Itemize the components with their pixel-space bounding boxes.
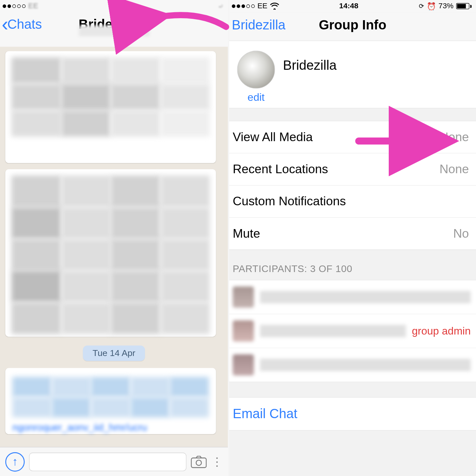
status-bar-right: EE 14:48 ⟳ ⏰ 73% <box>229 0 476 12</box>
status-bar-left: EE ⤾ <box>0 0 228 12</box>
camera-button[interactable] <box>191 456 207 468</box>
participant-row[interactable] <box>229 348 476 381</box>
orientation-lock-icon: ⟳ <box>419 3 424 10</box>
compose-bar: ↑ ⋮ <box>0 447 228 476</box>
send-button[interactable]: ↑ <box>5 452 25 471</box>
svg-point-1 <box>196 460 201 465</box>
row-label: Mute <box>233 226 260 241</box>
participant-avatar <box>233 354 254 376</box>
participant-avatar <box>233 320 254 341</box>
date-separator: Tue 14 Apr <box>83 345 145 361</box>
group-avatar[interactable] <box>237 51 275 89</box>
edit-group-button[interactable]: edit <box>248 91 265 103</box>
camera-icon <box>191 456 207 468</box>
row-label: Recent Locations <box>233 162 328 177</box>
chat-navbar: ‹ Chats Bridezilla <box>0 12 228 36</box>
participant-name-redacted <box>260 291 471 303</box>
group-admin-badge: group admin <box>412 325 471 337</box>
signal-strength-icon <box>232 4 255 8</box>
row-label: Custom Notifications <box>233 194 346 209</box>
back-label: Chats <box>7 17 42 32</box>
participant-avatar <box>233 287 254 308</box>
message-bubble[interactable] <box>5 51 216 163</box>
message-link[interactable]: ngonroquer_aonv_iid_hmr/ucru <box>12 422 209 433</box>
row-value: No <box>453 226 469 241</box>
group-name[interactable]: Bridezilla <box>283 51 468 73</box>
row-value: None <box>439 162 469 177</box>
recent-locations-row[interactable]: Recent Locations None <box>229 153 476 185</box>
wifi-icon <box>270 3 279 10</box>
group-info-screen: EE 14:48 ⟳ ⏰ 73% Bridezilla Group Info <box>229 0 476 476</box>
chat-screen: EE ⤾ ‹ Chats Bridezilla <box>0 0 229 476</box>
custom-notifications-row[interactable]: Custom Notifications <box>229 185 476 218</box>
battery-icon <box>456 3 472 9</box>
participants-list: group admin <box>229 280 476 382</box>
battery-percent: 73% <box>439 2 454 11</box>
participant-row[interactable]: group admin <box>229 314 476 348</box>
orientation-lock-icon: ⤾ <box>218 3 223 10</box>
chat-messages[interactable]: Tue 14 Apr ngonroquer_aonv_iid_hmr/ucru <box>0 47 228 447</box>
carrier-label: EE <box>258 2 267 11</box>
email-chat-button[interactable]: Email Chat <box>229 397 476 430</box>
page-title: Group Info <box>319 18 386 32</box>
row-label: View All Media <box>233 130 313 144</box>
group-header: edit Bridezilla <box>229 41 476 108</box>
clock: 14:48 <box>339 2 358 11</box>
group-info-navbar: Bridezilla Group Info <box>229 12 476 40</box>
group-settings: View All Media None Recent Locations Non… <box>229 121 476 250</box>
message-input[interactable] <box>29 453 186 471</box>
participant-row[interactable] <box>229 280 476 314</box>
arrow-up-icon: ↑ <box>12 455 18 468</box>
alarm-icon: ⏰ <box>427 2 436 11</box>
row-value: None <box>439 130 469 144</box>
message-bubble[interactable] <box>5 169 216 337</box>
svg-rect-0 <box>191 458 206 467</box>
participants-header: PARTICIPANTS: 3 OF 100 <box>229 250 476 280</box>
participant-name-redacted <box>260 359 471 371</box>
carrier-label: EE <box>28 2 38 11</box>
message-bubble[interactable]: ngonroquer_aonv_iid_hmr/ucru <box>5 368 216 434</box>
mute-row[interactable]: Mute No <box>229 218 476 250</box>
signal-strength-icon <box>3 4 25 8</box>
view-all-media-row[interactable]: View All Media None <box>229 121 476 153</box>
back-to-chat-button[interactable]: Bridezilla <box>232 18 285 32</box>
back-to-chats-button[interactable]: ‹ Chats <box>2 17 42 32</box>
participant-name-redacted <box>260 325 406 337</box>
chat-subtitle-redacted <box>79 25 149 36</box>
